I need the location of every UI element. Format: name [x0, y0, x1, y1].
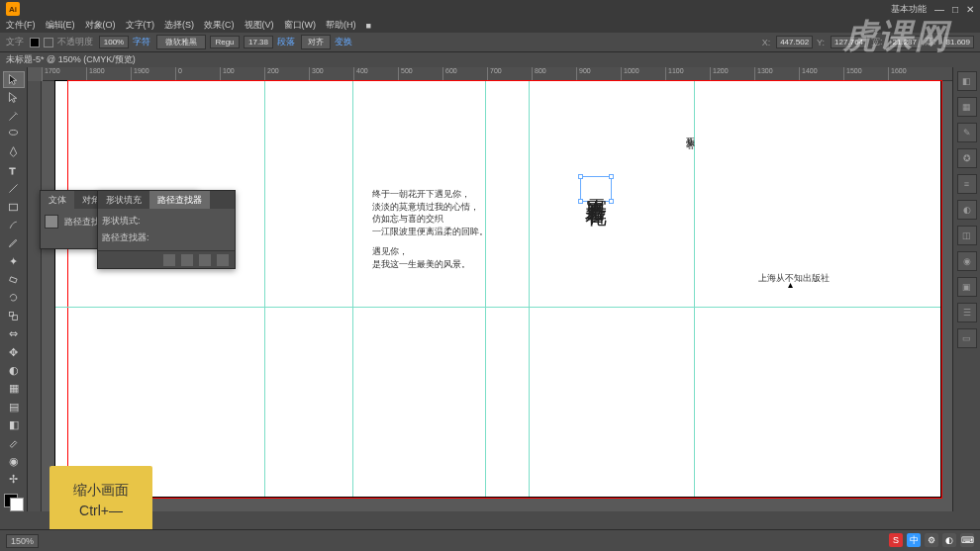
transform-link[interactable]: 变换 [335, 36, 352, 48]
fill-stroke-swatch[interactable] [4, 494, 24, 511]
mesh-tool[interactable]: ▤ [3, 399, 25, 414]
bleed-frame [67, 80, 942, 499]
panel-footer-btn3[interactable] [199, 254, 211, 266]
document-tab[interactable]: 未标题-5* @ 150% (CMYK/预览) [0, 52, 980, 67]
panel-footer-btn2[interactable] [181, 254, 193, 266]
type-tool[interactable]: T [3, 162, 25, 178]
guide-v5[interactable] [694, 81, 695, 497]
ctrl-type-label: 文字 [6, 36, 24, 48]
tray-icon-5[interactable]: ⌨ [960, 533, 974, 547]
window-minimize[interactable]: — [934, 4, 944, 15]
menu-effect[interactable]: 效果(C) [204, 19, 235, 32]
font-style-field[interactable]: Regu [210, 36, 240, 48]
floating-panel-2[interactable]: 形状填充 路径查找器 形状填式: 路径查找器: [97, 190, 236, 269]
ruler-vertical[interactable] [28, 81, 42, 511]
tray-icon-4[interactable]: ◐ [942, 533, 956, 547]
lasso-tool[interactable] [3, 126, 25, 141]
panel2-row1: 形状填式: [102, 213, 231, 230]
y-field[interactable]: 127.764 [831, 36, 867, 48]
guide-v1[interactable] [264, 81, 265, 497]
rotate-tool[interactable] [3, 290, 25, 306]
blend-tool[interactable]: ◉ [3, 453, 25, 469]
window-maximize[interactable]: □ [952, 4, 958, 15]
panel1-tab1[interactable]: 文体 [41, 191, 74, 209]
symbol-sprayer-tool[interactable]: ✢ [3, 471, 25, 487]
gradient-tool[interactable]: ◧ [3, 416, 25, 432]
publisher-text: 上海从不知出版社 [758, 272, 830, 285]
char-link[interactable]: 字符 [133, 36, 150, 48]
guide-v2[interactable] [352, 81, 353, 497]
tray-icon-3[interactable]: ⚙ [925, 533, 938, 547]
width-tool[interactable]: ⇔ [3, 325, 25, 341]
guide-h1[interactable] [55, 307, 940, 308]
panel-layers-icon[interactable]: ☰ [957, 303, 977, 322]
eyedropper-tool[interactable] [3, 435, 25, 451]
x-field[interactable]: 447.502 [776, 36, 813, 48]
rectangle-tool[interactable] [3, 199, 25, 215]
tray-icon-1[interactable]: S [889, 533, 903, 547]
fill-swatch[interactable] [30, 38, 40, 47]
direct-selection-tool[interactable] [3, 90, 25, 106]
ruler-horizontal[interactable]: 1700180019000100200300400500600700800900… [42, 67, 952, 81]
control-bar: 文字 不透明度 100% 字符 微软雅黑 Regu 17.38 段落 对齐 变换… [0, 33, 980, 52]
panel-swatches-icon[interactable]: ▦ [957, 97, 977, 117]
opacity-field[interactable]: 100% [99, 36, 129, 48]
panel-appearance-icon[interactable]: ◉ [957, 251, 977, 271]
zoom-field[interactable]: 150% [6, 534, 39, 548]
blob-brush-tool[interactable]: ✦ [3, 253, 25, 269]
shape-builder-tool[interactable]: ◐ [3, 362, 25, 378]
panel-gradient-icon[interactable]: ◐ [957, 200, 977, 220]
menu-window[interactable]: 窗口(W) [284, 19, 317, 32]
tray-icon-2[interactable]: 中 [907, 533, 921, 547]
eraser-tool[interactable] [3, 271, 25, 287]
font-family-field[interactable]: 微软雅黑 [156, 35, 206, 49]
scale-tool[interactable] [3, 308, 25, 323]
stroke-swatch[interactable] [44, 38, 53, 47]
pen-tool[interactable] [3, 144, 25, 160]
free-transform-tool[interactable]: ✥ [3, 344, 25, 360]
panel2-tab1[interactable]: 形状填充 [98, 191, 149, 209]
menu-help[interactable]: 帮助(H) [326, 19, 356, 32]
panel-brushes-icon[interactable]: ✎ [957, 123, 977, 142]
perspective-tool[interactable]: ▦ [3, 381, 25, 397]
selection-tool[interactable] [3, 71, 25, 88]
magic-wand-tool[interactable] [3, 108, 25, 124]
panel-stroke-icon[interactable]: ≡ [957, 174, 977, 194]
menu-view[interactable]: 视图(V) [245, 19, 274, 32]
paintbrush-tool[interactable] [3, 217, 25, 232]
opacity-label: 不透明度 [57, 36, 93, 48]
panel-footer-btn4[interactable] [217, 254, 229, 266]
guide-v3[interactable] [485, 81, 486, 497]
title-col2: 遇不见你 [588, 189, 605, 197]
menu-file[interactable]: 文件(F) [6, 19, 36, 32]
x-label: X: [762, 38, 771, 47]
panel-symbols-icon[interactable]: ✪ [957, 148, 977, 168]
window-close[interactable]: ✕ [966, 4, 974, 15]
tooltip-line1: 缩小画面 [73, 480, 129, 501]
menu-object[interactable]: 对象(O) [85, 19, 116, 32]
canvas[interactable]: 终于一朝花开下遇见你， 淡淡的莫意填过我的心情， 仿如忘与喜的交织 一江限波里便… [42, 81, 952, 511]
panel-artboards-icon[interactable]: ▭ [957, 328, 977, 348]
menu-type[interactable]: 文字(T) [126, 19, 155, 32]
h-field[interactable]: 81.609 [942, 36, 974, 48]
panel-graphic-styles-icon[interactable]: ▣ [957, 277, 977, 297]
menu-extra[interactable]: ■ [366, 21, 371, 31]
panel-color-icon[interactable]: ◧ [957, 71, 977, 91]
tutorial-tooltip: 缩小画面 Ctrl+— [49, 466, 152, 535]
paragraph-link[interactable]: 段落 [277, 36, 295, 48]
poem-p2: 遇见你， 是我这一生最美的风景。 [372, 245, 488, 270]
panel2-tab2[interactable]: 路径查找器 [149, 191, 210, 209]
right-panel-dock: ◧ ▦ ✎ ✪ ≡ ◐ ◫ ◉ ▣ ☰ ▭ [952, 67, 980, 511]
workspace-label[interactable]: 基本功能 [891, 3, 927, 16]
menu-edit[interactable]: 编辑(E) [46, 19, 75, 32]
align-btn[interactable]: 对齐 [301, 35, 331, 49]
vertical-title-selected[interactable]: 雾里看花遇不见你 [580, 176, 612, 202]
panel-footer-btn1[interactable] [163, 254, 175, 266]
menu-select[interactable]: 选择(S) [164, 19, 194, 32]
guide-v4[interactable] [529, 81, 530, 497]
font-size-field[interactable]: 17.38 [244, 36, 273, 48]
pencil-tool[interactable] [3, 235, 25, 251]
panel-transparency-icon[interactable]: ◫ [957, 226, 977, 245]
line-tool[interactable] [3, 180, 25, 196]
w-field[interactable]: 21.287 [889, 36, 921, 48]
